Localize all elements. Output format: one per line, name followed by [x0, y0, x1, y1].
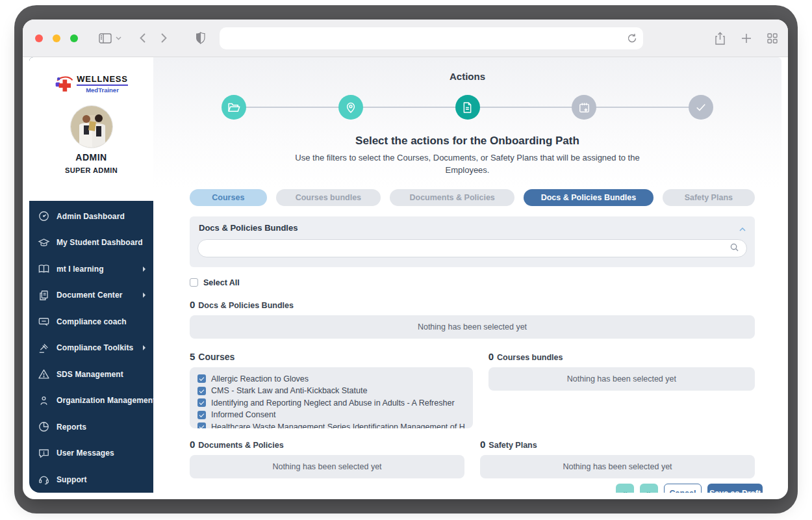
coach-chat-icon	[38, 315, 50, 328]
previous-step-button[interactable]: «	[616, 484, 634, 493]
section-courses: 5 Courses Allergic Reaction to Gloves	[190, 351, 473, 428]
course-item[interactable]: Identifying and Reporting Neglect and Ab…	[197, 397, 465, 410]
privacy-shield-icon[interactable]	[196, 32, 205, 44]
next-step-button[interactable]: »	[640, 484, 658, 493]
close-window-button[interactable]	[35, 34, 43, 42]
course-item[interactable]: Allergic Reaction to Gloves	[197, 373, 465, 385]
sidebar-item-admin-dashboard[interactable]: Admin Dashboard	[29, 203, 153, 230]
sidebar-item-document-center[interactable]: Document Center	[29, 282, 153, 309]
check-icon	[694, 101, 707, 114]
checkbox-checked-icon[interactable]	[197, 398, 206, 407]
sidebar-item-reports[interactable]: Reports	[29, 414, 153, 441]
step-confirm[interactable]	[689, 95, 713, 120]
documents-icon	[38, 289, 50, 302]
tab-docs-policies-bundles[interactable]: Docs & Policies Bundles	[524, 189, 653, 206]
panel-title: Docs & Policies Bundles	[199, 223, 298, 233]
window-controls	[35, 34, 78, 42]
gauge-icon	[38, 210, 50, 222]
checkbox-checked-icon[interactable]	[197, 374, 206, 383]
step-actions[interactable]	[455, 95, 480, 120]
select-all-checkbox[interactable]: Select All	[190, 278, 755, 287]
course-item[interactable]: CMS - Stark Law and Anti-Kickback Statut…	[197, 385, 465, 397]
sidebar-chevron-down-icon[interactable]	[116, 36, 121, 40]
sidebar: WELLNESS MedTrainer	[29, 57, 153, 493]
user-name: ADMIN	[29, 152, 153, 162]
avatar	[70, 105, 113, 148]
sidebar-item-compliance-toolkits[interactable]: Compliance Toolkits	[29, 335, 153, 361]
back-button[interactable]	[140, 33, 146, 43]
sidebar-header: WELLNESS MedTrainer	[29, 57, 153, 201]
wizard-footer-buttons: « » Cancel Save as Draft	[616, 484, 763, 493]
sidebar-item-sds-management[interactable]: SDS Management	[29, 361, 153, 388]
sidebar-toggle-icon[interactable]	[99, 33, 112, 44]
collapse-chevron-up-icon[interactable]	[739, 222, 746, 234]
step-schedule[interactable]	[572, 95, 596, 120]
documents-empty-state: Nothing has been selected yet	[190, 455, 464, 478]
tab-overview-icon[interactable]	[767, 33, 778, 44]
gavel-icon	[38, 342, 50, 354]
checkbox-checked-icon[interactable]	[197, 387, 206, 395]
wizard-step-title: Actions	[153, 71, 781, 82]
tab-courses-bundles[interactable]: Courses bundles	[276, 189, 381, 206]
sidebar-item-mt-learning[interactable]: mt I learning	[29, 256, 153, 283]
save-as-draft-button[interactable]: Save as Draft	[707, 484, 763, 493]
page-heading: Select the actions for the Onboarding Pa…	[153, 135, 781, 148]
sidebar-item-support[interactable]: Support	[29, 467, 153, 493]
minimize-window-button[interactable]	[53, 34, 60, 42]
pie-chart-icon	[38, 421, 50, 433]
bundle-search-box[interactable]	[197, 239, 747, 257]
forward-button[interactable]	[161, 33, 167, 43]
warning-triangle-icon	[38, 368, 50, 380]
desktop-backdrop: WELLNESS MedTrainer	[14, 5, 798, 514]
courses-bundles-count: 0	[488, 351, 494, 362]
brand-subname: MedTrainer	[77, 86, 128, 94]
bundles-empty-state: Nothing has been selected yet	[190, 315, 755, 339]
step-folders[interactable]	[222, 95, 246, 120]
sidebar-item-user-messages[interactable]: User Messages	[29, 440, 153, 467]
section-documents-policies: 0 Documents & Policies Nothing has been …	[190, 439, 464, 478]
app-page: WELLNESS MedTrainer	[29, 57, 781, 493]
course-item[interactable]: Informed Consent	[197, 409, 465, 421]
logo-cross-icon	[55, 74, 74, 95]
search-icon[interactable]	[730, 242, 739, 254]
submenu-caret-icon	[143, 266, 146, 272]
sidebar-item-my-student-dashboard[interactable]: My Student Dashboard	[29, 229, 153, 256]
main-content: Actions	[153, 57, 781, 493]
tab-safety-plans[interactable]: Safety Plans	[663, 189, 755, 206]
sidebar-item-organization-management[interactable]: Organization Management	[29, 387, 153, 414]
checkbox-checked-icon[interactable]	[197, 411, 206, 419]
courses-label: Courses	[198, 352, 235, 362]
reload-icon[interactable]	[628, 33, 637, 43]
section-courses-bundles: 0 Courses bundles Nothing has been selec…	[488, 351, 755, 428]
checkbox-unchecked-icon[interactable]	[190, 278, 198, 287]
checkbox-checked-icon[interactable]	[197, 422, 206, 428]
headset-icon	[38, 473, 50, 486]
cancel-button[interactable]: Cancel	[664, 484, 702, 493]
address-input[interactable]	[226, 33, 628, 43]
bundles-label: Docs & Policies Bundles	[198, 301, 294, 310]
person-icon	[38, 395, 50, 407]
zoom-window-button[interactable]	[70, 34, 78, 42]
sidebar-item-compliance-coach[interactable]: Compliance coach	[29, 309, 153, 335]
wizard-stepper	[222, 95, 713, 120]
tab-courses[interactable]: Courses	[190, 189, 267, 206]
course-item[interactable]: Healthcare Waste Management Series Ident…	[197, 421, 465, 428]
open-book-icon	[38, 263, 50, 275]
documents-label: Documents & Policies	[198, 441, 283, 450]
section-docs-policies-bundles: 0 Docs & Policies Bundles Nothing has be…	[190, 299, 755, 339]
user-role: SUPER ADMIN	[29, 166, 153, 174]
new-tab-icon[interactable]	[741, 33, 752, 44]
selection-row-1: 5 Courses Allergic Reaction to Gloves	[190, 351, 755, 428]
folder-open-icon	[227, 101, 240, 114]
address-bar[interactable]	[220, 27, 643, 49]
bundle-search-input[interactable]	[206, 244, 730, 253]
share-icon[interactable]	[715, 32, 726, 45]
selection-row-2: 0 Documents & Policies Nothing has been …	[190, 439, 755, 478]
browser-window: WELLNESS MedTrainer	[23, 20, 788, 499]
select-all-label: Select All	[203, 278, 240, 287]
step-locations[interactable]	[338, 95, 363, 120]
browser-toolbar	[23, 20, 788, 57]
location-pin-icon	[344, 101, 357, 114]
tab-documents-policies[interactable]: Documents & Policies	[390, 189, 514, 206]
message-alert-icon	[38, 447, 50, 460]
